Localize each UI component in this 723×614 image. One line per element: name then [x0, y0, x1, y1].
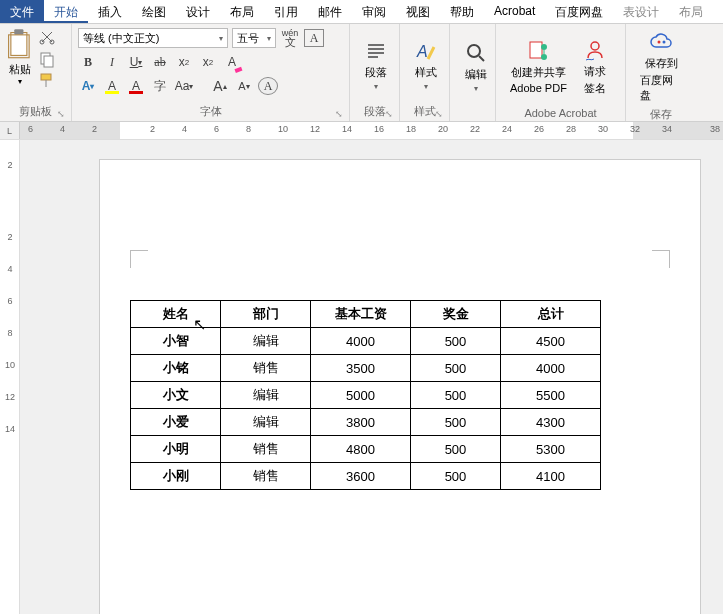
menu-draw[interactable]: 绘图: [132, 0, 176, 23]
table-cell[interactable]: 500: [411, 409, 501, 436]
strikethrough-button[interactable]: ab: [150, 52, 170, 72]
copy-icon[interactable]: [38, 50, 56, 68]
ruler-mark: 2: [92, 124, 97, 134]
table-cell[interactable]: 小智: [131, 328, 221, 355]
menu-design[interactable]: 设计: [176, 0, 220, 23]
table-cell[interactable]: 500: [411, 382, 501, 409]
shrink-font-button[interactable]: A▾: [234, 76, 254, 96]
table-cell[interactable]: 3800: [311, 409, 411, 436]
menu-mailings[interactable]: 邮件: [308, 0, 352, 23]
format-painter-icon[interactable]: [38, 72, 56, 90]
table-cell[interactable]: 3500: [311, 355, 411, 382]
menu-table-layout[interactable]: 布局: [669, 0, 713, 23]
char-border-button[interactable]: A: [304, 29, 324, 47]
editing-button[interactable]: 编辑▾: [456, 28, 496, 105]
menu-references[interactable]: 引用: [264, 0, 308, 23]
ruler-mark: 28: [566, 124, 576, 134]
grow-font-button[interactable]: A▴: [210, 76, 230, 96]
table-cell[interactable]: 编辑: [221, 328, 311, 355]
menu-view[interactable]: 视图: [396, 0, 440, 23]
table-cell[interactable]: 4300: [501, 409, 601, 436]
menu-insert[interactable]: 插入: [88, 0, 132, 23]
table-cell[interactable]: 500: [411, 355, 501, 382]
text-effects-button[interactable]: A▾: [78, 76, 98, 96]
clear-formatting-button[interactable]: A: [222, 52, 242, 72]
table-cell[interactable]: 4500: [501, 328, 601, 355]
table-cell[interactable]: 3600: [311, 463, 411, 490]
table-cell[interactable]: 500: [411, 328, 501, 355]
menu-acrobat[interactable]: Acrobat: [484, 0, 545, 23]
table-cell[interactable]: 小文: [131, 382, 221, 409]
table-row[interactable]: 小文编辑50005005500: [131, 382, 601, 409]
cloud-icon: [649, 30, 673, 54]
table-cell[interactable]: 4100: [501, 463, 601, 490]
table-header[interactable]: 总计: [501, 301, 601, 328]
table-header[interactable]: 奖金: [411, 301, 501, 328]
data-table[interactable]: 姓名部门基本工资奖金总计 小智编辑40005004500小铭销售35005004…: [130, 300, 601, 490]
superscript-button[interactable]: x2: [198, 52, 218, 72]
table-cell[interactable]: 编辑: [221, 382, 311, 409]
table-cell[interactable]: 5500: [501, 382, 601, 409]
paste-button[interactable]: 粘贴 ▾: [6, 28, 34, 102]
table-cell[interactable]: 4000: [501, 355, 601, 382]
table-row[interactable]: 小明销售48005005300: [131, 436, 601, 463]
change-case-button[interactable]: Aa▾: [174, 76, 194, 96]
italic-button[interactable]: I: [102, 52, 122, 72]
horizontal-ruler[interactable]: L 64224681012141618202224262830323438: [0, 122, 723, 140]
paragraph-button[interactable]: 段落▾: [356, 28, 396, 102]
table-cell[interactable]: 4000: [311, 328, 411, 355]
char-shading-button[interactable]: 字: [150, 76, 170, 96]
table-row[interactable]: 小智编辑40005004500: [131, 328, 601, 355]
menu-home[interactable]: 开始: [44, 0, 88, 23]
menu-netdisk[interactable]: 百度网盘: [545, 0, 613, 23]
clipboard-launcher-icon[interactable]: ⤡: [57, 109, 65, 119]
table-cell[interactable]: 5300: [501, 436, 601, 463]
table-row[interactable]: 小爱编辑38005004300: [131, 409, 601, 436]
table-row[interactable]: 小铭销售35005004000: [131, 355, 601, 382]
underline-button[interactable]: U▾: [126, 52, 146, 72]
enclose-char-button[interactable]: A: [258, 77, 278, 95]
svg-point-15: [658, 41, 661, 44]
vertical-ruler[interactable]: 22468101214: [0, 140, 20, 614]
font-family-select[interactable]: 等线 (中文正文)▾: [78, 28, 228, 48]
chevron-down-icon: ▾: [18, 77, 22, 86]
table-cell[interactable]: 小爱: [131, 409, 221, 436]
font-launcher-icon[interactable]: ⤡: [335, 109, 343, 119]
highlight-button[interactable]: A: [102, 76, 122, 96]
table-cell[interactable]: 500: [411, 463, 501, 490]
subscript-button[interactable]: x2: [174, 52, 194, 72]
document-area[interactable]: ↖ 姓名部门基本工资奖金总计 小智编辑40005004500小铭销售350050…: [20, 140, 723, 614]
table-header[interactable]: 姓名: [131, 301, 221, 328]
table-cell[interactable]: 4800: [311, 436, 411, 463]
table-row[interactable]: 小刚销售36005004100: [131, 463, 601, 490]
table-header[interactable]: 部门: [221, 301, 311, 328]
font-color-button[interactable]: A: [126, 76, 146, 96]
styles-button[interactable]: A 样式▾: [406, 28, 446, 102]
table-cell[interactable]: 编辑: [221, 409, 311, 436]
menu-file[interactable]: 文件: [0, 0, 44, 23]
table-cell[interactable]: 小刚: [131, 463, 221, 490]
table-cell[interactable]: 5000: [311, 382, 411, 409]
menu-layout[interactable]: 布局: [220, 0, 264, 23]
menu-table-design[interactable]: 表设计: [613, 0, 669, 23]
table-cell[interactable]: 销售: [221, 436, 311, 463]
menu-review[interactable]: 审阅: [352, 0, 396, 23]
styles-launcher-icon[interactable]: ⤡: [435, 109, 443, 119]
menu-help[interactable]: 帮助: [440, 0, 484, 23]
phonetic-guide-button[interactable]: wén文: [280, 28, 300, 48]
save-netdisk-button[interactable]: 保存到 百度网盘: [632, 28, 690, 105]
tab-selector-button[interactable]: L: [0, 122, 20, 139]
table-cell[interactable]: 500: [411, 436, 501, 463]
request-signature-button[interactable]: 请求 签名: [575, 28, 615, 105]
table-header[interactable]: 基本工资: [311, 301, 411, 328]
font-size-select[interactable]: 五号▾: [232, 28, 276, 48]
paragraph-launcher-icon[interactable]: ⤡: [385, 109, 393, 119]
cut-icon[interactable]: [38, 28, 56, 46]
table-cell[interactable]: 小明: [131, 436, 221, 463]
paragraph-icon: [364, 39, 388, 63]
table-cell[interactable]: 小铭: [131, 355, 221, 382]
table-cell[interactable]: 销售: [221, 355, 311, 382]
bold-button[interactable]: B: [78, 52, 98, 72]
create-share-pdf-button[interactable]: 创建并共享 Adobe PDF: [502, 28, 575, 105]
table-cell[interactable]: 销售: [221, 463, 311, 490]
